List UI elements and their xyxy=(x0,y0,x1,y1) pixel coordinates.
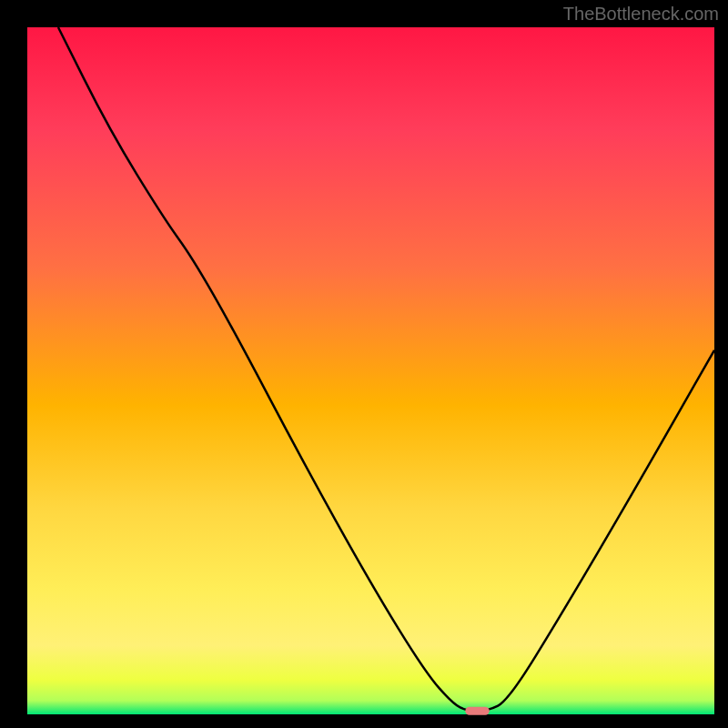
optimal-marker xyxy=(465,707,489,715)
watermark-text: TheBottleneck.com xyxy=(563,4,719,25)
bottleneck-chart xyxy=(0,0,728,728)
plot-background xyxy=(27,27,714,714)
chart-svg xyxy=(0,0,728,728)
